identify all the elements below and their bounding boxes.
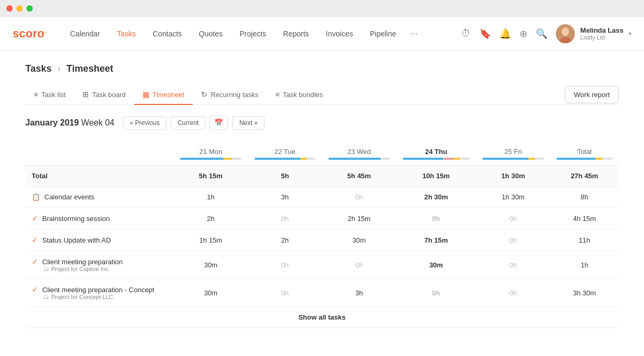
total-summary-row: Total 5h 15m 5h 5h 45m 10h 15m 1h 30m 27…: [25, 166, 619, 187]
breadcrumb-separator: ›: [58, 63, 61, 74]
captive-fri[interactable]: 0h: [476, 251, 551, 279]
tab-bundles-label: Task bundles: [283, 91, 323, 99]
concept-thu[interactable]: 0h: [396, 279, 476, 307]
col-header-wed: 23 Wed: [322, 142, 396, 166]
mon-bar-seg3: [232, 158, 241, 160]
task-client-meeting-concept[interactable]: ✓ Client meeting preparation - Concept 🗂…: [25, 279, 174, 307]
table-row: ✓ Status Update with AD 1h 15m 2h 30m 7h…: [25, 229, 619, 251]
cal-events-wed[interactable]: 0h: [322, 187, 396, 208]
total-row-label: Total: [25, 166, 174, 187]
breadcrumb-parent[interactable]: Tasks: [25, 63, 52, 74]
tab-recurring-tasks[interactable]: ↻ Recurring tasks: [193, 85, 267, 105]
wed-progress-bar: [328, 158, 390, 160]
check-icon: ✓: [32, 257, 38, 266]
nav-invoices[interactable]: Invoices: [318, 25, 360, 42]
prev-week-button[interactable]: « Previous: [123, 116, 167, 130]
status-fri[interactable]: 0h: [476, 229, 551, 251]
captive-total: 1h: [550, 251, 619, 279]
table-row: ✓ Client meeting preparation - Concept 🗂…: [25, 279, 619, 307]
check-icon: ✓: [32, 236, 38, 244]
brainstorm-mon[interactable]: 2h: [174, 208, 248, 229]
timer-icon[interactable]: ⏱: [461, 28, 471, 39]
brainstorming-label: Brainstorming session: [42, 215, 110, 223]
task-status-update[interactable]: ✓ Status Update with AD: [25, 229, 174, 251]
nav-calendar[interactable]: Calendar: [63, 25, 108, 42]
status-update-label: Status Update with AD: [42, 236, 111, 244]
status-tue[interactable]: 2h: [248, 229, 323, 251]
concept-fri[interactable]: 0h: [476, 279, 551, 307]
concept-tue[interactable]: 0h: [248, 279, 323, 307]
nav-reports[interactable]: Reports: [276, 25, 316, 42]
table-row: 📋 Calendar events 1h 3h 0h 2h 30m 1h 30m…: [25, 187, 619, 208]
total-tue: 5h: [248, 166, 323, 187]
tab-task-bundles[interactable]: ≡ Task bundles: [267, 85, 332, 105]
cal-events-thu[interactable]: 2h 30m: [396, 187, 476, 208]
cal-events-tue[interactable]: 3h: [248, 187, 323, 208]
captive-tue[interactable]: 0h: [248, 251, 323, 279]
current-week-button[interactable]: Current: [171, 116, 205, 130]
add-icon[interactable]: ⊕: [519, 28, 527, 40]
nav-actions: ⏱ 🔖 🔔 ⊕ 🔍 Melinda Lass Listify Ltd ▾: [461, 24, 631, 43]
tab-recurring-label: Recurring tasks: [211, 91, 258, 99]
search-icon[interactable]: 🔍: [536, 28, 547, 40]
table-row: ✓ Client meeting preparation 🗂 Project f…: [25, 251, 619, 279]
brainstorm-total: 4h 15m: [550, 208, 619, 229]
captive-mon[interactable]: 30m: [174, 251, 248, 279]
total-bar-seg2: [595, 158, 602, 160]
logo[interactable]: scoro•: [13, 27, 46, 41]
thu-bar-seg2: [443, 158, 453, 160]
concept-wed[interactable]: 3h: [322, 279, 396, 307]
brainstorm-thu[interactable]: 0h: [396, 208, 476, 229]
window-maximize-btn[interactable]: [26, 5, 33, 12]
client-meeting-captive-sub: Project for Captive Inc.: [51, 266, 110, 272]
brainstorm-wed[interactable]: 2h 15m: [322, 208, 396, 229]
window-close-btn[interactable]: [6, 5, 13, 12]
concept-mon[interactable]: 30m: [174, 279, 248, 307]
total-wed: 5h 45m: [322, 166, 396, 187]
show-all-tasks-button[interactable]: Show all tasks: [25, 307, 619, 328]
window-minimize-btn[interactable]: [16, 5, 23, 12]
folder-icon: 🗂: [43, 294, 49, 300]
cal-events-mon[interactable]: 1h: [174, 187, 248, 208]
brainstorm-fri[interactable]: 0h: [476, 208, 551, 229]
user-menu[interactable]: Melinda Lass Listify Ltd ▾: [556, 24, 631, 43]
task-list-icon: ≡: [34, 90, 38, 99]
calendar-picker-button[interactable]: 📅: [210, 116, 228, 130]
nav-tasks[interactable]: Tasks: [110, 25, 144, 42]
nav-more-icon[interactable]: ···: [406, 24, 422, 43]
show-all-row: Show all tasks: [25, 307, 619, 328]
col-header-fri: 25 Fri: [476, 142, 551, 166]
tab-task-list[interactable]: ≡ Task list: [25, 85, 74, 105]
concept-total: 3h 30m: [550, 279, 619, 307]
week-header: January 2019 Week 04 « Previous Current …: [25, 116, 619, 130]
nav-contacts[interactable]: Contacts: [145, 25, 189, 42]
notification-icon[interactable]: 🔔: [499, 28, 511, 40]
nav-quotes[interactable]: Quotes: [192, 25, 230, 42]
total-mon: 5h 15m: [174, 166, 248, 187]
work-report-button[interactable]: Work report: [565, 86, 619, 103]
status-mon[interactable]: 1h 15m: [174, 229, 248, 251]
tab-task-list-label: Task list: [41, 91, 65, 99]
status-thu[interactable]: 7h 15m: [396, 229, 476, 251]
cal-events-fri[interactable]: 1h 30m: [476, 187, 551, 208]
tab-timesheet[interactable]: ▦ Timesheet: [134, 85, 193, 105]
next-week-button[interactable]: Next »: [232, 116, 264, 130]
col-header-mon: 21 Mon: [174, 142, 248, 166]
tab-task-board-label: Task board: [92, 91, 126, 99]
mon-label: 21 Mon: [180, 148, 242, 156]
tab-task-board[interactable]: ⊞ Task board: [74, 85, 134, 105]
col-header-tue: 22 Tue: [248, 142, 323, 166]
captive-thu[interactable]: 30m: [396, 251, 476, 279]
bookmark-icon[interactable]: 🔖: [479, 28, 491, 40]
brainstorm-tue[interactable]: 0h: [248, 208, 323, 229]
task-client-meeting-captive[interactable]: ✓ Client meeting preparation 🗂 Project f…: [25, 251, 174, 279]
task-brainstorming[interactable]: ✓ Brainstorming session: [25, 208, 174, 229]
nav-projects[interactable]: Projects: [232, 25, 274, 42]
status-wed[interactable]: 30m: [322, 229, 396, 251]
total-label: Total: [556, 148, 612, 156]
main-content: Tasks › Timesheet ≡ Task list ⊞ Task boa…: [0, 51, 644, 356]
captive-wed[interactable]: 0h: [322, 251, 396, 279]
nav-pipeline[interactable]: Pipeline: [363, 25, 404, 42]
fri-label: 25 Fri: [482, 148, 544, 156]
task-calendar-events[interactable]: 📋 Calendar events: [25, 187, 174, 208]
